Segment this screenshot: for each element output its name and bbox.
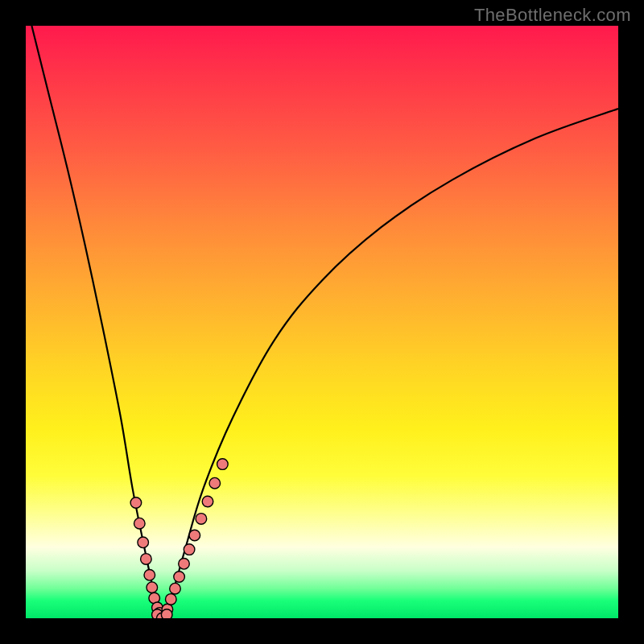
data-dot — [141, 554, 152, 565]
data-dot — [202, 496, 213, 507]
data-dot — [134, 518, 146, 529]
data-dot — [209, 477, 221, 489]
data-dot — [189, 530, 200, 541]
data-dot — [130, 497, 142, 509]
chart-frame: TheBottleneck.com — [0, 0, 644, 644]
data-dot — [179, 559, 190, 570]
bottleneck-curve — [31, 26, 618, 618]
data-dot — [147, 582, 158, 593]
data-dot — [184, 544, 195, 555]
data-dot — [166, 594, 177, 605]
data-dot — [196, 514, 207, 525]
data-dot — [174, 572, 185, 583]
data-dot — [161, 609, 172, 618]
watermark-text: TheBottleneck.com — [474, 5, 631, 26]
chart-svg — [26, 26, 618, 618]
data-dot — [144, 570, 155, 581]
data-dot — [138, 537, 149, 548]
data-dot — [170, 583, 181, 594]
plot-area — [26, 26, 618, 618]
data-dots — [130, 459, 228, 618]
data-dot — [217, 459, 229, 470]
